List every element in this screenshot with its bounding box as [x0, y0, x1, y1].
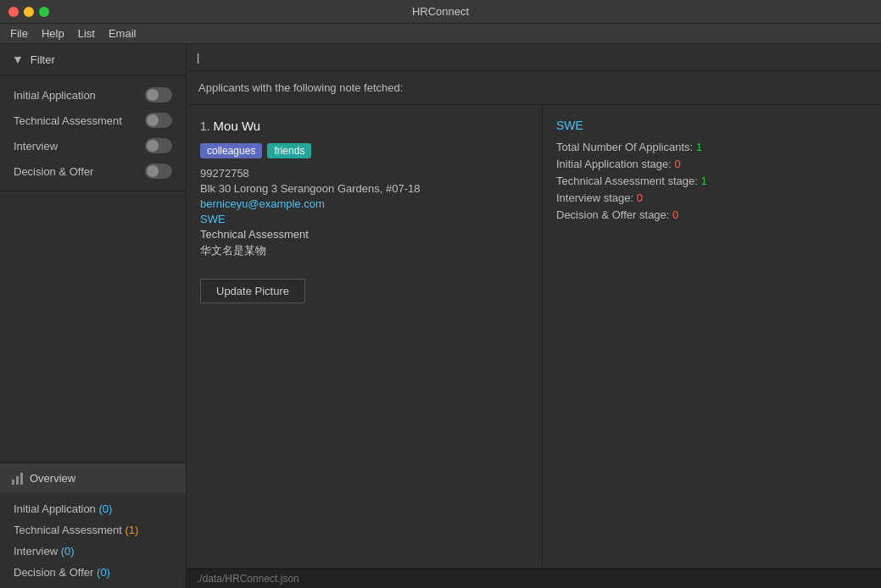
app-layout: ▼ Filter Initial Application Technical A…: [0, 44, 881, 588]
filter-item-initial-application: Initial Application: [0, 82, 186, 108]
filter-header: ▼ Filter: [0, 44, 186, 75]
menu-list[interactable]: List: [78, 27, 95, 40]
stats-row-initial: Initial Application stage: 0: [556, 158, 867, 170]
stats-row-total: Total Number Of Applicants: 1: [556, 141, 867, 153]
overview-stage-name-technical: Technical Assessment: [14, 524, 122, 536]
filter-icon: ▼: [12, 53, 24, 66]
applicant-panel: 1. Mou Wu colleagues friends 99272758 Bl…: [187, 105, 543, 569]
filter-label-interview: Interview: [14, 140, 58, 153]
overview-icon: [12, 473, 23, 485]
applicant-dept: SWE: [200, 213, 528, 225]
stats-label-decision: Decision & Offer stage:: [556, 208, 669, 221]
note-bar: Applicants with the following note fetch…: [187, 71, 881, 105]
applicant-info: 99272758 Blk 30 Lorong 3 Serangoon Garde…: [200, 167, 528, 258]
applicant-address: Blk 30 Lorong 3 Serangoon Gardens, #07-1…: [200, 182, 528, 195]
applicant-phone: 99272758: [200, 167, 528, 180]
filter-label-initial-application: Initial Application: [14, 89, 96, 102]
overview-stage-count-decision: (0): [97, 566, 110, 579]
note-bar-text: Applicants with the following note fetch…: [198, 81, 403, 94]
menu-help[interactable]: Help: [42, 27, 64, 40]
stats-panel: SWE Total Number Of Applicants: 1 Initia…: [543, 105, 881, 569]
minimize-button[interactable]: [24, 7, 34, 17]
stats-value-interview: 0: [637, 191, 643, 204]
content-area: 1. Mou Wu colleagues friends 99272758 Bl…: [187, 105, 881, 569]
stats-value-decision: 0: [672, 208, 678, 221]
menu-file[interactable]: File: [10, 27, 28, 40]
titlebar: HRConnect: [0, 0, 881, 24]
overview-stage-name-initial: Initial Application: [14, 502, 96, 515]
overview-header: Overview: [0, 463, 186, 493]
overview-item-initial-application[interactable]: Initial Application (0): [0, 498, 186, 519]
filter-label-technical-assessment: Technical Assessment: [14, 114, 122, 127]
overview-stage-name-interview: Interview: [14, 545, 58, 557]
tag-friends: friends: [267, 143, 311, 158]
close-button[interactable]: [8, 7, 19, 17]
toggle-technical-assessment[interactable]: [145, 113, 172, 128]
toggle-interview[interactable]: [145, 138, 172, 153]
overview-item-interview[interactable]: Interview (0): [0, 541, 186, 562]
overview-item-technical-assessment[interactable]: Technical Assessment (1): [0, 519, 186, 541]
stats-label-initial: Initial Application stage:: [556, 158, 672, 170]
overview-items: Initial Application (0) Technical Assess…: [0, 493, 186, 588]
stats-label-interview: Interview stage:: [556, 191, 633, 204]
toggle-initial-application[interactable]: [145, 87, 172, 103]
menubar: File Help List Email: [0, 24, 881, 44]
menu-email[interactable]: Email: [109, 27, 137, 40]
footer-path: ./data/HRConnect.json: [197, 573, 299, 585]
filter-items: Initial Application Technical Assessment…: [0, 75, 186, 191]
stats-value-total: 1: [696, 141, 702, 153]
overview-section: Overview Initial Application (0) Technic…: [0, 463, 186, 588]
window-controls[interactable]: [8, 7, 49, 17]
tag-colleagues: colleagues: [200, 143, 262, 158]
stats-row-interview: Interview stage: 0: [556, 191, 867, 204]
stats-value-technical: 1: [701, 175, 707, 187]
overview-item-decision-offer[interactable]: Decision & Offer (0): [0, 562, 186, 583]
stats-label-technical: Technical Assessment stage:: [556, 175, 698, 187]
stats-title: SWE: [556, 119, 867, 132]
applicant-number: 1. Mou Wu: [200, 119, 528, 133]
toggle-decision-offer[interactable]: [145, 164, 172, 179]
overview-stage-name-decision: Decision & Offer: [14, 566, 93, 579]
stats-label-total: Total Number Of Applicants:: [556, 141, 693, 153]
applicant-email: berniceyu@example.com: [200, 197, 528, 210]
filter-label: Filter: [31, 53, 55, 66]
filter-item-technical-assessment: Technical Assessment: [0, 108, 186, 133]
filter-item-decision-offer: Decision & Offer: [0, 158, 186, 184]
sidebar-spacer: [0, 191, 186, 463]
applicant-chinese-name: 华文名是某物: [200, 243, 528, 258]
overview-stage-count-technical: (1): [125, 524, 139, 536]
main-content: Applicants with the following note fetch…: [187, 44, 881, 588]
applicant-name: Mou Wu: [214, 119, 261, 133]
filter-label-decision-offer: Decision & Offer: [14, 165, 93, 178]
search-bar: [187, 44, 881, 71]
overview-stage-count-interview: (0): [61, 545, 75, 557]
footer: ./data/HRConnect.json: [187, 569, 881, 588]
stats-value-initial: 0: [675, 158, 681, 170]
stats-row-technical: Technical Assessment stage: 1: [556, 175, 867, 187]
window-title: HRConnect: [412, 5, 469, 18]
sidebar: ▼ Filter Initial Application Technical A…: [0, 44, 187, 588]
maximize-button[interactable]: [39, 7, 49, 17]
overview-label: Overview: [30, 472, 75, 485]
filter-item-interview: Interview: [0, 133, 186, 158]
applicant-stage: Technical Assessment: [200, 228, 528, 241]
search-input[interactable]: [197, 51, 871, 64]
update-picture-button[interactable]: Update Picture: [200, 279, 305, 303]
overview-stage-count-initial: (0): [98, 502, 112, 515]
stats-row-decision: Decision & Offer stage: 0: [556, 208, 867, 221]
applicant-tags: colleagues friends: [200, 143, 528, 158]
